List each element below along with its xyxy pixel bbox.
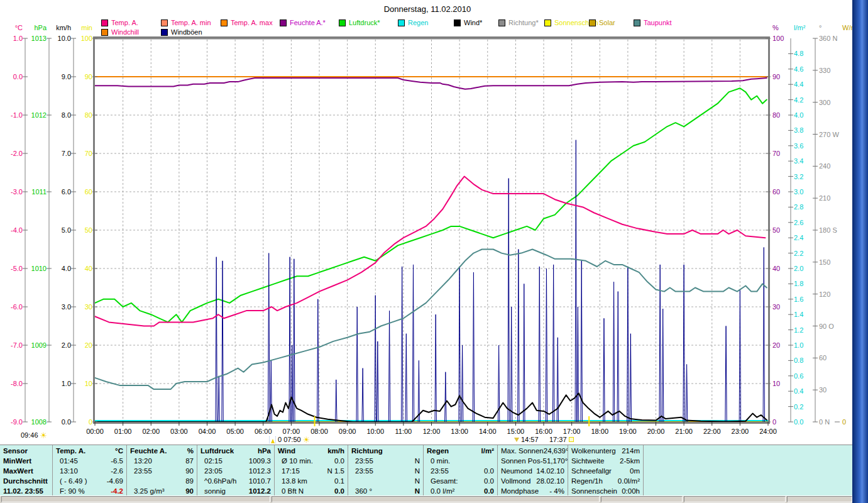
axis-tick-label: 10 <box>772 380 780 387</box>
series-windb-en <box>539 267 540 422</box>
axis-tick-label: 4.6 <box>794 65 803 73</box>
axis-tick-label: 40 <box>85 265 92 272</box>
axis-tick-label: 20 <box>85 341 92 349</box>
series-windb-en <box>603 318 605 422</box>
axis-tick-label: 100 <box>81 35 92 42</box>
status-bar-segment <box>787 496 852 502</box>
axis-tick-label: 210 <box>819 194 830 202</box>
table-col-wind: Windkm/hØ 10 min.0.017:15N 1.513.8 km0.1… <box>275 445 348 495</box>
table-row: N <box>351 476 420 486</box>
axis-tick-label: 3.0 <box>794 188 803 196</box>
axis-tick-label: 120 <box>819 290 830 298</box>
axis-tick-label: 09:00 <box>339 428 356 435</box>
table-row: 11.02. 23:55 <box>3 486 49 495</box>
table-row: F: 90 %-4.2 <box>56 486 123 495</box>
axis-tick-label: 0.0 <box>13 73 23 80</box>
table-row: 0 min. <box>427 456 494 466</box>
table-header-row: Richtung <box>351 446 420 456</box>
axis-tick-label: -9.0 <box>11 418 23 426</box>
table-row: 02:151009.3 <box>201 456 271 466</box>
table-row: Durchschnitt <box>3 476 49 486</box>
axis-tick-label: 1.0 <box>13 35 23 42</box>
series-windb-en <box>613 282 614 422</box>
axis-tick-label: 50 <box>772 226 780 234</box>
sunrise-annotation: 0 07:50 ☀ <box>269 436 310 443</box>
series-windb-en <box>401 267 402 422</box>
series-windb-en <box>377 341 378 422</box>
series-windb-en <box>686 365 687 423</box>
table-col-feuchte-a-: Feuchte A.%13:208723:5590893.25 g/m³90 <box>127 445 197 495</box>
series-windb-en <box>435 314 436 422</box>
axis-tick-label: 3.0 <box>62 303 71 311</box>
weather-chart: 1.00.0-1.0-2.0-3.0-4.0-5.0-6.0-7.0-8.0-9… <box>0 0 868 444</box>
table-row: Sonnenschein0:00h <box>571 486 640 495</box>
axis-tick-label: 30 <box>85 303 92 311</box>
axis-tick-label: 02:00 <box>142 428 160 435</box>
axis-tick-label: 2.6 <box>794 219 803 226</box>
table-header-row: Regenl/m² <box>427 446 494 456</box>
axis-tick-label: 4.0 <box>62 265 71 272</box>
table-col-info-2: Wolkenunterg214mSichtweite2-5kmSchneefal… <box>568 445 644 495</box>
status-bar-segment <box>272 496 600 502</box>
sunset-square-icon <box>569 437 574 442</box>
series-windb-en <box>218 376 219 422</box>
series-windb-en <box>577 307 578 422</box>
axis-tick-label: -3.0 <box>11 188 23 196</box>
axis-tick-label: 03:00 <box>170 428 188 435</box>
axis-tick-label: 10:00 <box>366 428 384 435</box>
series-windb-en <box>546 268 547 422</box>
axis-tick-label: 70 <box>85 150 92 157</box>
axis-tick-label: 6.0 <box>62 188 71 196</box>
axis-tick-label: 05:00 <box>226 428 244 435</box>
axis-tick-label: 8.0 <box>62 111 71 119</box>
axis-tick-label: 9.0 <box>62 73 71 80</box>
series-windb-en <box>388 311 390 422</box>
axis-tick-label: 2.8 <box>794 203 803 211</box>
table-row: Neumond14.02.10 <box>501 466 564 476</box>
axis-tick-label: % <box>772 24 779 31</box>
axis-tick-label: 1008 <box>31 418 47 426</box>
day-length-annotation: 09:46 ☀ <box>21 431 47 439</box>
axis-tick-label: 3.6 <box>794 142 803 150</box>
table-col-richtung: Richtung23:55N23:55NN360 °N <box>348 445 424 495</box>
series-windb-en <box>216 257 217 422</box>
series-taupunkt <box>95 250 767 390</box>
table-row: 23:550.0 <box>427 466 494 476</box>
axis-tick-label: 70 <box>772 150 780 157</box>
axis-tick-label: 4.4 <box>794 80 803 88</box>
axis-tick-label: 1.4 <box>794 311 803 318</box>
axis-tick-label: 0.6 <box>794 372 803 380</box>
axis-tick-label: hPa <box>34 24 47 31</box>
table-row: Max. Sonnen24,639° <box>501 446 564 456</box>
axis-tick-label: 20:00 <box>647 428 665 435</box>
series-windb-en <box>412 265 414 422</box>
axis-tick-label: 80 <box>85 111 92 119</box>
axis-tick-label: -5.0 <box>11 265 23 272</box>
axis-tick-label: 5.0 <box>62 226 71 234</box>
axis-tick-label: 13:00 <box>451 428 468 435</box>
table-header-row: Temp. A.°C <box>56 446 123 456</box>
status-bar-segment <box>601 496 683 502</box>
axis-tick-label: 0.8 <box>794 357 803 364</box>
moonset-annotation: 14:57 <box>514 436 539 443</box>
series-windb-en <box>518 250 519 423</box>
axis-tick-label: 17:00 <box>563 428 581 435</box>
axis-tick-label: 0.4 <box>794 387 803 395</box>
table-row: Sonnen Pos-51,170° <box>501 456 564 466</box>
axis-tick-label: 1013 <box>31 35 47 42</box>
series-windb-en <box>289 257 290 422</box>
axis-tick-label: 1010 <box>31 265 47 272</box>
axis-tick-label: 60 <box>819 354 827 362</box>
table-row: MaxWert <box>3 466 49 476</box>
table-row: Sichtweite2-5km <box>571 456 640 466</box>
axis-tick-label: 30 <box>819 386 827 394</box>
axis-tick-label: 30 <box>772 303 780 311</box>
axis-tick-label: 2.0 <box>62 341 71 349</box>
axis-tick-label: 0 <box>772 418 776 426</box>
axis-tick-label: 3.2 <box>794 173 803 180</box>
table-row: MinWert <box>3 456 49 466</box>
series-wind- <box>95 393 767 422</box>
axis-tick-label: 90 <box>85 73 92 80</box>
table-row: 0 Bft N0.0 <box>278 486 344 495</box>
axis-tick-label: 90 <box>772 73 780 80</box>
